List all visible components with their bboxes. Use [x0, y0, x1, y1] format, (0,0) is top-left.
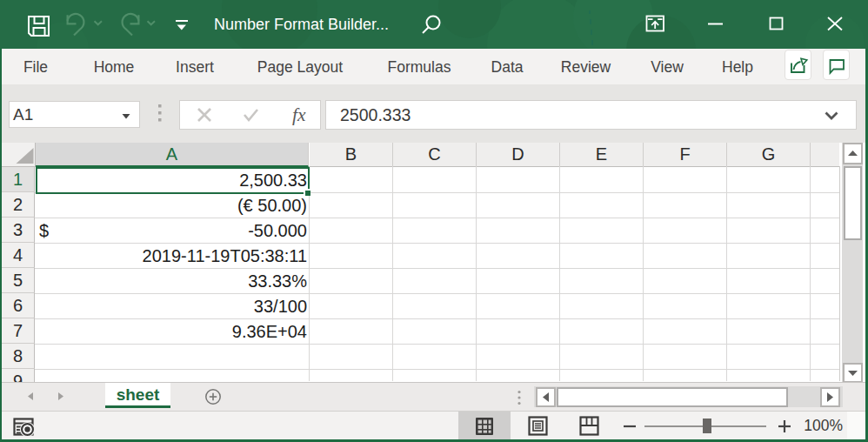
svg-text:fx: fx	[292, 104, 306, 125]
